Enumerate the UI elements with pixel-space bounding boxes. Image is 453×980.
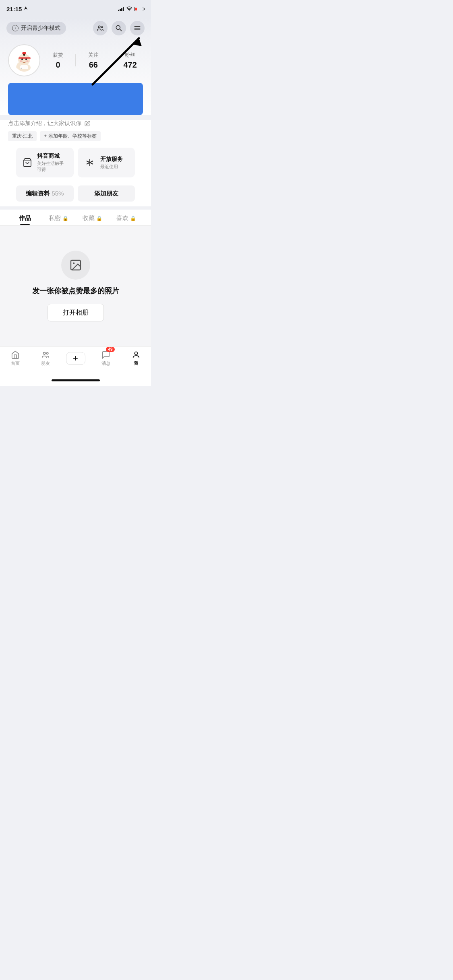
tags-row: 重庆·江北 + 添加年龄、学校等标签	[8, 131, 143, 141]
tabs-row: 作品 私密 🔒 收藏 🔒 喜欢 🔒	[0, 210, 151, 225]
action-buttons: 编辑资料 55% 添加朋友	[8, 182, 143, 206]
nav-add[interactable]: +	[60, 352, 91, 365]
open-service-card[interactable]: 开放服务 最近使用	[78, 148, 135, 177]
add-friend-button[interactable]: 添加朋友	[78, 185, 135, 202]
nav-message[interactable]: 49 消息	[91, 350, 121, 366]
plus-icon: +	[73, 354, 78, 363]
content-title: 发一张你被点赞最多的照片	[32, 286, 119, 296]
mall-service-info: 抖音商城 美好生活触手可得	[37, 152, 68, 173]
following-stat[interactable]: 关注 66	[88, 51, 99, 70]
add-content-button[interactable]: +	[66, 352, 85, 365]
youth-mode-button[interactable]: ♀ 开启青少年模式	[6, 22, 66, 35]
svg-point-29	[134, 352, 137, 355]
profile-top: 获赞 0 关注 66 粉丝 472	[8, 44, 143, 76]
status-time: 21:15	[6, 6, 22, 12]
mall-service-desc: 美好生活触手可得	[37, 161, 68, 173]
blue-banner	[8, 83, 143, 115]
message-badge: 49	[106, 347, 114, 352]
add-tag[interactable]: + 添加年龄、学校等标签	[40, 131, 100, 141]
cart-icon	[22, 156, 33, 169]
svg-point-13	[22, 52, 26, 54]
search-icon	[115, 24, 123, 32]
menu-button[interactable]	[130, 21, 145, 35]
battery-icon	[134, 7, 145, 11]
svg-rect-18	[19, 57, 31, 59]
photo-icon	[69, 259, 82, 272]
stat-divider-1	[75, 54, 76, 66]
avatar-image	[11, 47, 37, 74]
location-tag[interactable]: 重庆·江北	[8, 131, 37, 141]
home-bar	[52, 379, 100, 381]
search-button[interactable]	[112, 21, 126, 35]
profile-nav-label: 我	[134, 360, 138, 366]
tab-favorites[interactable]: 收藏 🔒	[76, 210, 110, 225]
profile-section: 获赞 0 关注 66 粉丝 472	[0, 40, 151, 115]
youth-mode-label: 开启青少年模式	[21, 25, 60, 32]
likes-lock-icon: 🔒	[130, 216, 136, 221]
tabs-section: 作品 私密 🔒 收藏 🔒 喜欢 🔒	[0, 210, 151, 226]
message-nav-label: 消息	[101, 360, 110, 366]
header: ♀ 开启青少年模式	[0, 18, 151, 40]
stat-divider-2	[111, 54, 111, 66]
wifi-icon	[126, 6, 132, 11]
status-bar: 21:15	[0, 0, 151, 18]
location-arrow-icon	[24, 6, 28, 11]
likes-value: 0	[56, 60, 60, 70]
service-cards: 抖音商城 美好生活触手可得 开放服务 最近使用	[8, 148, 143, 177]
home-indicator	[0, 375, 151, 386]
asterisk-icon	[83, 156, 96, 169]
bio-section: 点击添加介绍，让大家认识你 重庆·江北 + 添加年龄、学校等标签 抖音商城 美好…	[0, 120, 151, 206]
edit-profile-button[interactable]: 编辑资料 55%	[16, 185, 74, 202]
svg-point-1	[101, 26, 103, 28]
open-service-name: 开放服务	[100, 156, 123, 163]
svg-line-3	[120, 29, 122, 31]
svg-point-26	[73, 262, 74, 264]
nav-home[interactable]: 首页	[0, 350, 30, 366]
favorites-lock-icon: 🔒	[96, 216, 102, 221]
bio-placeholder: 点击添加介绍，让大家认识你	[8, 120, 81, 127]
signal-icon	[118, 6, 124, 11]
bottom-nav: 首页 朋友 + 49 消息	[0, 346, 151, 375]
following-label: 关注	[88, 51, 99, 59]
friends-icon	[96, 24, 104, 32]
nav-profile[interactable]: 我	[121, 350, 151, 366]
followers-stat[interactable]: 粉丝 472	[123, 51, 137, 70]
open-service-desc: 最近使用	[100, 164, 123, 170]
svg-point-28	[46, 352, 48, 354]
edit-icon	[85, 121, 90, 126]
mall-service-name: 抖音商城	[37, 152, 68, 160]
mall-service-card[interactable]: 抖音商城 美好生活触手可得	[16, 148, 74, 177]
svg-point-16	[20, 60, 22, 62]
content-area: 发一张你被点赞最多的照片 打开相册	[0, 226, 151, 346]
header-actions	[93, 21, 145, 35]
open-service-info: 开放服务 最近使用	[100, 156, 123, 170]
svg-point-27	[43, 352, 46, 355]
photo-icon-wrapper	[61, 251, 90, 280]
profile-icon	[131, 350, 141, 360]
bio-text[interactable]: 点击添加介绍，让大家认识你	[8, 120, 143, 127]
tab-works[interactable]: 作品	[8, 210, 42, 225]
followers-label: 粉丝	[125, 51, 135, 59]
youth-icon: ♀	[12, 25, 19, 31]
avatar[interactable]	[8, 44, 40, 76]
followers-value: 472	[123, 60, 137, 70]
friends-button[interactable]	[93, 21, 108, 35]
nav-friends[interactable]: 朋友	[30, 350, 60, 366]
friends-nav-label: 朋友	[41, 360, 50, 366]
status-icons	[118, 6, 145, 11]
svg-point-17	[26, 60, 29, 62]
private-lock-icon: 🔒	[62, 216, 68, 221]
svg-point-0	[98, 26, 100, 28]
tab-private[interactable]: 私密 🔒	[42, 210, 76, 225]
home-icon	[10, 350, 20, 360]
open-album-button[interactable]: 打开相册	[48, 304, 104, 321]
stats-row: 获赞 0 关注 66 粉丝 472	[47, 51, 143, 70]
svg-point-20	[21, 68, 22, 69]
following-value: 66	[89, 60, 98, 70]
likes-stat[interactable]: 获赞 0	[53, 51, 63, 70]
message-icon-wrapper: 49	[101, 350, 111, 360]
home-nav-label: 首页	[11, 360, 20, 366]
menu-icon	[133, 24, 141, 32]
tab-likes[interactable]: 喜欢 🔒	[109, 210, 143, 225]
likes-label: 获赞	[53, 51, 63, 59]
